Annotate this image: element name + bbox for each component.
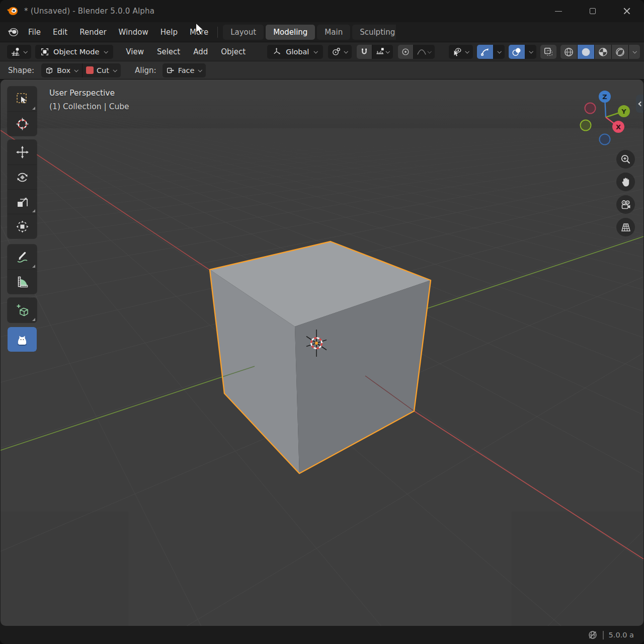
perspective-toggle-button[interactable] <box>616 218 635 236</box>
menu-render[interactable]: Render <box>73 25 112 39</box>
rotate-icon <box>16 171 29 184</box>
toggle-xray-icon <box>543 47 553 57</box>
show-gizmos-toggle[interactable] <box>477 45 493 59</box>
annotate-icon <box>16 250 29 264</box>
align-label: Align: <box>135 66 156 75</box>
tab-main[interactable]: Main <box>317 25 350 40</box>
viewport-3d[interactable]: User Perspective (1) Collection | Cube <box>1 79 643 626</box>
menu-edit[interactable]: Edit <box>47 25 73 39</box>
tool-measure[interactable] <box>8 269 37 294</box>
gizmos-group <box>477 45 505 59</box>
tab-layout[interactable]: Layout <box>223 25 264 40</box>
editor-type-button[interactable] <box>7 45 31 59</box>
cursor-3d-icon <box>16 117 29 131</box>
pivot-point-icon <box>332 47 341 56</box>
tool-add-cube[interactable] <box>8 298 37 323</box>
minimize-button[interactable] <box>541 0 576 22</box>
tab-modeling[interactable]: Modeling <box>266 25 315 40</box>
viewport-header: Object Mode View Select Add Object Globa… <box>0 42 644 61</box>
cube-object[interactable] <box>210 242 431 473</box>
tool-shelf <box>8 87 37 352</box>
tool-subtools-indicator <box>32 209 35 212</box>
tool-subtools-indicator <box>32 318 35 321</box>
show-overlays-toggle[interactable] <box>509 45 525 59</box>
chevron-down-icon <box>344 49 348 53</box>
xray-group <box>540 45 556 59</box>
snap-settings-dropdown[interactable] <box>372 45 393 59</box>
tool-subtools-indicator <box>32 107 35 110</box>
tool-scale[interactable] <box>8 189 37 214</box>
tool-group-select <box>8 87 37 136</box>
pivot-point-dropdown[interactable] <box>328 45 352 59</box>
shading-wireframe-button[interactable] <box>560 45 577 59</box>
nav-gizmo[interactable]: Z Y X <box>579 91 632 147</box>
view-name: User Perspective <box>49 87 129 100</box>
cut-value: Cut <box>94 66 112 74</box>
tool-move[interactable] <box>8 140 37 165</box>
shading-material-button[interactable] <box>594 45 611 59</box>
tool-annotate[interactable] <box>8 245 37 269</box>
sidebar-collapse-tab[interactable] <box>636 95 643 113</box>
toggle-xray-button[interactable] <box>540 45 556 59</box>
add-cube-icon <box>16 303 29 317</box>
menu-help[interactable]: Help <box>154 25 184 39</box>
shape-label: Shape: <box>8 66 34 75</box>
shading-dropdown[interactable] <box>628 45 640 59</box>
gizmo-z-neg-axis[interactable] <box>600 134 610 145</box>
chevron-down-icon <box>314 49 318 53</box>
shading-solid-button[interactable] <box>577 45 594 59</box>
menu-select[interactable]: Select <box>150 45 187 58</box>
gizmo-y-label: Y <box>621 108 626 115</box>
move-icon <box>16 145 29 159</box>
gizmo-x-neg-axis[interactable] <box>585 103 596 114</box>
status-separator <box>603 631 604 639</box>
menu-add[interactable]: Add <box>187 45 214 58</box>
status-bar: 5.0.0 a <box>0 626 644 644</box>
snap-toggle-button[interactable] <box>357 45 372 59</box>
align-value: Face <box>175 66 198 74</box>
proportional-falloff-dropdown[interactable] <box>413 45 435 59</box>
gizmo-x-label: X <box>616 123 621 131</box>
shape-dropdown[interactable]: Box <box>41 63 82 77</box>
gizmos-dropdown[interactable] <box>493 45 505 59</box>
viewport-overlay-text: User Perspective (1) Collection | Cube <box>49 87 129 114</box>
maximize-button[interactable] <box>576 0 610 22</box>
align-dropdown[interactable]: Face <box>163 63 206 77</box>
mode-dropdown[interactable]: Object Mode <box>35 45 113 59</box>
menu-window[interactable]: Window <box>113 25 154 39</box>
transform-icon <box>16 220 29 233</box>
chevron-left-icon <box>638 101 643 106</box>
zoom-icon <box>620 154 631 165</box>
shading-rendered-button[interactable] <box>611 45 628 59</box>
chevron-down-icon <box>74 68 78 72</box>
chevron-down-icon <box>23 49 27 53</box>
close-button[interactable] <box>610 0 644 22</box>
tab-sculpting[interactable]: Sculpting <box>352 25 396 40</box>
tool-cursor[interactable] <box>8 111 37 136</box>
tool-select-box[interactable] <box>8 87 37 111</box>
menu-object[interactable]: Object <box>214 45 252 58</box>
blender-logo-icon <box>6 5 19 18</box>
align-face-icon <box>166 66 175 75</box>
window-controls <box>541 0 644 22</box>
object-type-visibility-dropdown[interactable] <box>449 45 473 59</box>
chevron-down-icon <box>497 49 501 53</box>
proportional-editing-group <box>398 45 435 59</box>
tool-rotate[interactable] <box>8 165 37 189</box>
zoom-button[interactable] <box>616 150 635 169</box>
overlays-dropdown[interactable] <box>525 45 536 59</box>
camera-view-button[interactable] <box>616 195 635 214</box>
tool-cat-active[interactable] <box>8 327 37 352</box>
cut-color-swatch <box>86 66 94 74</box>
editor-type-3d-viewport-icon <box>11 47 21 57</box>
proportional-editing-toggle[interactable] <box>398 45 413 59</box>
chevron-down-icon <box>104 49 108 53</box>
transform-orientation-dropdown[interactable]: Global <box>267 45 323 59</box>
gizmo-y-neg-axis[interactable] <box>581 120 591 131</box>
menu-file[interactable]: File <box>22 25 47 39</box>
menu-view[interactable]: View <box>119 45 150 58</box>
pan-button[interactable] <box>616 173 635 191</box>
shading-solid-icon <box>581 47 591 57</box>
cut-dropdown[interactable]: Cut <box>82 63 121 77</box>
tool-transform[interactable] <box>8 214 37 238</box>
